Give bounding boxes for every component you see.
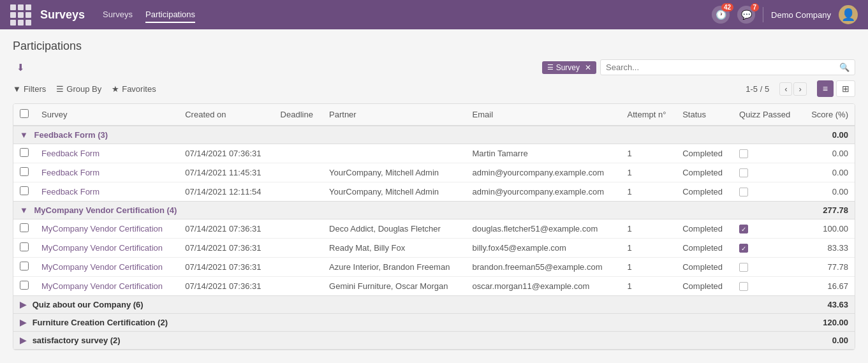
list-view-button[interactable]: ≡ [817, 80, 834, 97]
survey-filter-tag[interactable]: ☰ Survey ✕ [542, 61, 596, 74]
quiz-passed-checkbox[interactable] [739, 188, 748, 196]
row-score: 0.00 [802, 182, 855, 202]
header-attempt[interactable]: Attempt n° [621, 104, 677, 126]
table-row[interactable]: MyCompany Vendor Certification 07/14/202… [13, 239, 855, 258]
row-score: 16.67 [802, 277, 855, 296]
nav-participations[interactable]: Participations [145, 7, 195, 23]
group-score: 120.00 [802, 314, 855, 332]
row-attempt: 1 [621, 277, 677, 296]
next-page-button[interactable]: › [793, 82, 806, 96]
header-survey[interactable]: Survey [35, 104, 179, 126]
topnav-right: 🕐 42 💬 7 Demo Company 👤 [712, 5, 858, 24]
row-deadline [274, 239, 323, 258]
group-row[interactable]: ▼ MyCompany Vendor Certification (4) 277… [13, 202, 855, 219]
row-email: admin@yourcompany.example.com [466, 182, 621, 202]
group-header-cell: ▼ MyCompany Vendor Certification (4) [13, 202, 802, 219]
row-checkbox[interactable] [20, 242, 29, 251]
select-all-checkbox[interactable] [20, 109, 29, 118]
export-button[interactable]: ⬇ [13, 61, 29, 75]
company-name[interactable]: Demo Company [771, 10, 831, 20]
prev-page-button[interactable]: ‹ [779, 82, 792, 96]
group-name-label[interactable]: Quiz about our Company (6) [33, 300, 143, 309]
filters-icon: ▼ [13, 84, 21, 94]
table-row[interactable]: Feedback Form 07/14/2021 07:36:31 Martin… [13, 144, 855, 163]
row-status: Completed [676, 258, 733, 277]
search-icon[interactable]: 🔍 [839, 63, 850, 72]
row-checkbox[interactable] [20, 148, 29, 157]
group-row[interactable]: ▶ satisfactory survey (2) 0.00 [13, 332, 855, 350]
group-header-cell: ▼ Feedback Form (3) [13, 126, 802, 144]
groupby-icon: ☰ [56, 84, 64, 94]
row-checkbox[interactable] [20, 262, 29, 270]
quiz-passed-checkbox[interactable] [739, 168, 748, 177]
table-row[interactable]: Feedback Form 07/14/2021 12:11:54 YourCo… [13, 182, 855, 202]
row-checkbox[interactable] [20, 167, 29, 176]
header-created-on[interactable]: Created on [179, 104, 274, 126]
row-quiz-passed [733, 182, 801, 202]
user-avatar[interactable]: 👤 [839, 5, 858, 24]
group-score: 43.63 [802, 296, 855, 314]
quiz-passed-checkbox[interactable]: ✓ [739, 225, 748, 233]
table-header: Survey Created on Deadline Partner Email… [13, 104, 855, 126]
table-row[interactable]: Feedback Form 07/14/2021 11:45:31 YourCo… [13, 163, 855, 182]
search-bar: 🔍 [600, 59, 855, 75]
group-chevron-icon[interactable]: ▼ [20, 205, 28, 215]
status-badge: Completed [682, 281, 723, 291]
messages-icon[interactable]: 💬 7 [737, 6, 755, 24]
group-row[interactable]: ▶ Furniture Creation Certification (2) 1… [13, 314, 855, 332]
row-quiz-passed [733, 258, 801, 277]
quiz-passed-checkbox[interactable] [739, 263, 748, 272]
row-partner: YourCompany, Mitchell Admin [323, 182, 466, 202]
header-quizz-passed[interactable]: Quizz Passed [733, 104, 801, 126]
row-checkbox-cell [13, 163, 35, 182]
header-deadline[interactable]: Deadline [274, 104, 323, 126]
quiz-passed-checkbox[interactable]: ✓ [739, 244, 748, 253]
favorites-button[interactable]: ★ Favorites [112, 84, 156, 94]
group-row[interactable]: ▶ Quiz about our Company (6) 43.63 [13, 296, 855, 314]
row-checkbox[interactable] [20, 186, 29, 195]
group-chevron-icon[interactable]: ▶ [20, 318, 26, 327]
filter-tag-close[interactable]: ✕ [585, 63, 591, 72]
filters-button[interactable]: ▼ Filters [13, 84, 46, 94]
header-score[interactable]: Score (%) [802, 104, 855, 126]
group-name-label[interactable]: satisfactory survey (2) [33, 336, 121, 345]
group-chevron-icon[interactable]: ▼ [20, 130, 28, 140]
row-checkbox[interactable] [20, 223, 29, 232]
row-partner [323, 144, 466, 163]
group-name-label[interactable]: Feedback Form (3) [34, 130, 108, 140]
page-header: Participations [13, 40, 855, 53]
row-deadline [274, 219, 323, 239]
header-partner[interactable]: Partner [323, 104, 466, 126]
app-menu-icon[interactable] [10, 4, 31, 26]
row-quiz-passed: ✓ [733, 219, 801, 239]
header-status[interactable]: Status [676, 104, 733, 126]
row-email: admin@yourcompany.example.com [466, 163, 621, 182]
group-chevron-icon[interactable]: ▶ [20, 336, 26, 345]
grid-view-button[interactable]: ⊞ [836, 80, 855, 97]
activity-icon[interactable]: 🕐 42 [712, 6, 730, 24]
row-checkbox[interactable] [20, 281, 29, 290]
row-survey: Feedback Form [35, 144, 179, 163]
pagination-info: 1-5 / 5 [746, 84, 769, 94]
row-status: Completed [676, 219, 733, 239]
row-quiz-passed [733, 163, 801, 182]
group-row[interactable]: ▼ Feedback Form (3) 0.00 [13, 126, 855, 144]
pagination-controls: ‹ › [779, 82, 807, 96]
row-created: 07/14/2021 07:36:31 [179, 144, 274, 163]
nav-surveys[interactable]: Surveys [103, 7, 133, 23]
group-chevron-icon[interactable]: ▶ [20, 300, 26, 309]
table-row[interactable]: MyCompany Vendor Certification 07/14/202… [13, 258, 855, 277]
status-badge: Completed [682, 262, 723, 272]
quiz-passed-checkbox[interactable] [739, 282, 748, 291]
table-row[interactable]: MyCompany Vendor Certification 07/14/202… [13, 277, 855, 296]
filter-tag-icon: ☰ [547, 63, 554, 71]
groupby-button[interactable]: ☰ Group By [56, 84, 101, 94]
table-row[interactable]: MyCompany Vendor Certification 07/14/202… [13, 219, 855, 239]
header-email[interactable]: Email [466, 104, 621, 126]
group-name-label[interactable]: Furniture Creation Certification (2) [33, 318, 168, 327]
row-deadline [274, 163, 323, 182]
search-input[interactable] [606, 63, 839, 72]
group-name-label[interactable]: MyCompany Vendor Certification (4) [34, 205, 177, 215]
quiz-passed-checkbox[interactable] [739, 149, 748, 158]
main-content: Participations ⬇ ☰ Survey ✕ 🔍 ▼ Filters … [0, 29, 868, 360]
